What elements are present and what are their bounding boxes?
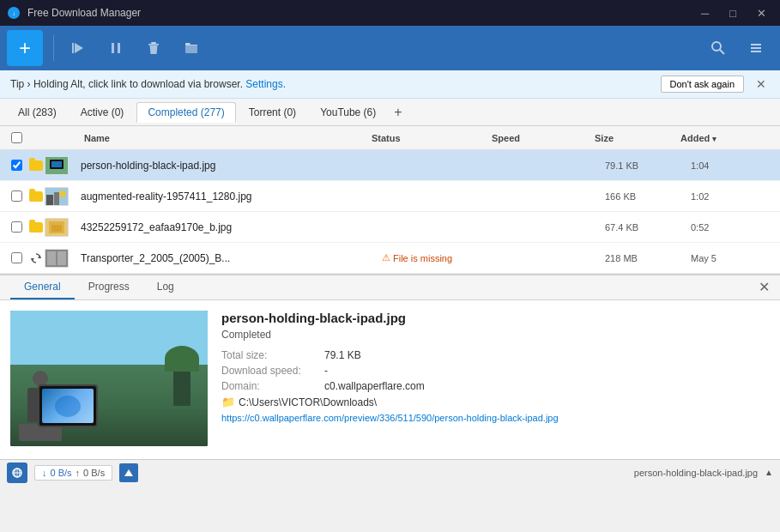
tab-all[interactable]: All (283) [7, 102, 68, 122]
svg-rect-19 [54, 192, 59, 205]
detail-tab-log[interactable]: Log [143, 275, 188, 299]
app-title: Free Download Manager [27, 7, 687, 19]
folder-icon [29, 222, 43, 233]
table-row[interactable]: Transporter_2_2005_(2005)_B... ⚠ File is… [0, 243, 780, 274]
detail-size-value: 79.1 KB [324, 349, 361, 361]
detail-speed-label: Download speed: [221, 365, 324, 377]
tip-bar: Tip › Holding Alt, click link to downloa… [0, 70, 780, 99]
download-tabs: All (283) Active (0) Completed (277) Tor… [0, 99, 780, 126]
row-checkbox-1[interactable] [3, 160, 29, 171]
row-name-3: 43252259172_eafaa9170e_b.jpg [81, 221, 382, 233]
detail-info: person-holding-black-ipad.jpg Completed … [221, 311, 770, 449]
header-speed[interactable]: Speed [488, 133, 591, 143]
select-all-checkbox[interactable] [11, 132, 22, 143]
svg-rect-13 [751, 51, 761, 52]
close-tip-button[interactable]: ✕ [753, 77, 770, 91]
svg-rect-27 [47, 251, 56, 265]
download-list: Name Status Speed Size Added person-hold… [0, 126, 780, 275]
row-name-4: Transporter_2_2005_(2005)_B... [81, 252, 382, 264]
file-thumb-4 [45, 249, 69, 268]
tab-youtube[interactable]: YouTube (6) [309, 102, 387, 122]
svg-rect-12 [751, 47, 761, 49]
row-added-2: 1:02 [691, 191, 777, 202]
detail-path-row: 📁 C:\Users\VICTOR\Downloads\ [221, 396, 770, 408]
svg-rect-18 [46, 195, 53, 205]
search-button[interactable] [701, 31, 735, 65]
list-header: Name Status Speed Size Added [0, 126, 780, 150]
toolbar-right [701, 31, 773, 65]
svg-rect-16 [51, 161, 62, 167]
detail-domain-value: c0.wallpaperflare.com [324, 380, 425, 392]
add-button[interactable]: + [7, 30, 43, 66]
table-row[interactable]: person-holding-black-ipad.jpg 79.1 KB 1:… [0, 150, 780, 181]
header-check[interactable] [3, 132, 29, 143]
row-checkbox-3[interactable] [3, 221, 29, 233]
svg-rect-8 [185, 45, 197, 53]
detail-tab-progress[interactable]: Progress [75, 275, 143, 299]
tab-torrent[interactable]: Torrent (0) [238, 102, 307, 122]
detail-speed-value: - [324, 365, 328, 377]
row-size-1: 79.1 KB [605, 160, 691, 171]
table-row[interactable]: 43252259172_eafaa9170e_b.jpg 67.4 KB 0:5… [0, 212, 780, 243]
svg-line-10 [720, 50, 724, 54]
tip-settings-link[interactable]: Settings. [245, 78, 286, 90]
detail-url-link[interactable]: https://c0.wallpaperflare.com/preview/33… [221, 413, 559, 423]
delete-button[interactable] [136, 31, 171, 65]
detail-url-row: https://c0.wallpaperflare.com/preview/33… [221, 412, 770, 424]
svg-text:↓: ↓ [12, 9, 15, 17]
row-icons-1 [29, 156, 81, 175]
detail-row-size: Total size: 79.1 KB [221, 349, 770, 361]
close-button[interactable]: ✕ [750, 7, 773, 20]
toolbar: + [0, 26, 780, 70]
app-icon: ↓ [7, 6, 21, 20]
vpn-button[interactable] [7, 462, 27, 483]
detail-content: person-holding-black-ipad.jpg Completed … [0, 300, 780, 459]
svg-rect-5 [118, 43, 120, 53]
row-name-2: augmented-reality-1957411_1280.jpg [81, 190, 382, 203]
detail-status: Completed [221, 329, 770, 341]
row-checkbox-4[interactable] [3, 252, 29, 263]
table-row[interactable]: augmented-reality-1957411_1280.jpg 166 K… [0, 181, 780, 212]
row-checkbox-2[interactable] [3, 190, 29, 202]
header-added[interactable]: Added [677, 133, 763, 143]
svg-rect-28 [57, 251, 66, 265]
detail-tab-general[interactable]: General [10, 275, 75, 299]
header-status[interactable]: Status [368, 133, 488, 143]
svg-rect-4 [112, 43, 114, 53]
detail-close-button[interactable]: ✕ [759, 281, 770, 294]
pause-button[interactable] [99, 31, 133, 65]
menu-button[interactable] [739, 31, 773, 65]
svg-marker-33 [124, 469, 133, 476]
svg-rect-6 [151, 42, 156, 44]
maximize-button[interactable]: □ [723, 7, 743, 20]
row-name-1: person-holding-black-ipad.jpg [81, 160, 382, 172]
svg-point-9 [712, 42, 721, 51]
svg-rect-23 [51, 225, 62, 232]
status-download-speed: 0 B/s [51, 468, 72, 478]
resume-button[interactable] [61, 31, 95, 65]
row-added-1: 1:04 [691, 160, 777, 171]
minimize-button[interactable]: ─ [694, 7, 716, 20]
open-folder-button[interactable] [174, 31, 209, 65]
detail-size-label: Total size: [221, 349, 324, 361]
warning-icon: ⚠ [382, 252, 390, 263]
status-chevron-icon[interactable]: ▲ [765, 468, 773, 477]
dont-ask-button[interactable]: Don't ask again [661, 76, 744, 93]
row-size-3: 67.4 KB [605, 222, 691, 233]
expand-button[interactable] [119, 463, 138, 482]
svg-rect-7 [148, 44, 159, 45]
detail-row-domain: Domain: c0.wallpaperflare.com [221, 380, 770, 392]
svg-rect-11 [751, 44, 761, 45]
status-down-icon: ↓ [42, 468, 47, 478]
status-bar: ↓ 0 B/s ↑ 0 B/s person-holding-black-ipa… [0, 459, 780, 485]
row-icons-4 [29, 249, 81, 268]
tab-active[interactable]: Active (0) [70, 102, 136, 122]
add-tab-button[interactable]: + [389, 103, 407, 122]
row-size-2: 166 KB [605, 191, 691, 202]
title-bar: ↓ Free Download Manager ─ □ ✕ [0, 0, 780, 26]
path-folder-icon: 📁 [221, 396, 235, 408]
detail-panel: General Progress Log ✕ [0, 275, 780, 459]
header-name[interactable]: Name [81, 133, 368, 143]
header-size[interactable]: Size [591, 133, 677, 143]
tab-completed[interactable]: Completed (277) [136, 102, 235, 123]
